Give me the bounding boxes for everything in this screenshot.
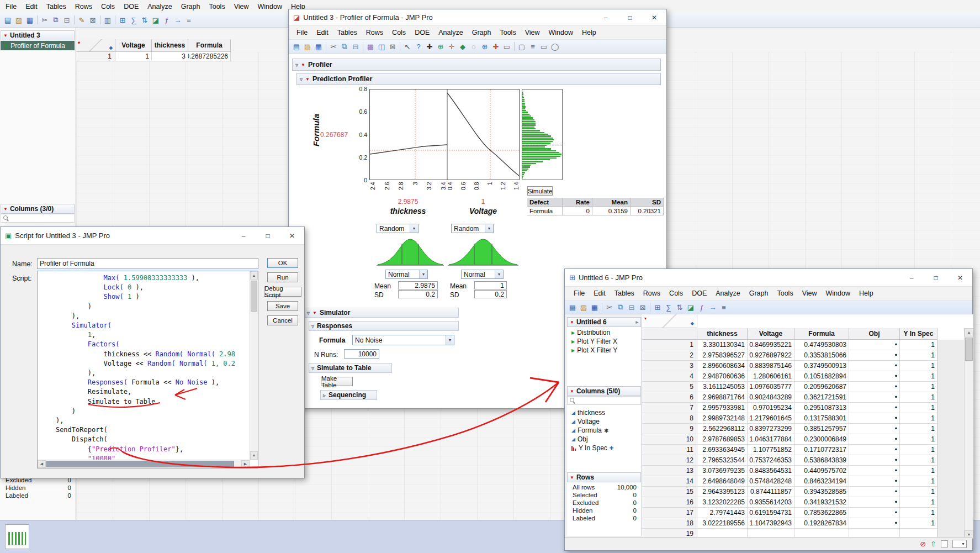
outline-prediction-profiler[interactable]: ▿ ▼ Prediction Profiler — [296, 73, 661, 85]
grid-cell[interactable]: 1 — [900, 445, 937, 455]
rows-marker-icon[interactable]: ▾ — [644, 316, 647, 321]
columns-panel-header[interactable]: ▼ Columns (5/0) — [567, 386, 641, 396]
print-icon[interactable]: ▥ — [102, 14, 113, 25]
grid-cell[interactable]: 0.1051682894 — [794, 371, 849, 382]
script-run-icon[interactable]: ▶ — [5, 43, 8, 48]
shape-oval-icon[interactable]: ◯ — [549, 41, 560, 52]
new-data-table-icon[interactable]: ▤ — [2, 14, 13, 25]
table-script-item[interactable]: ▶Distribution — [567, 328, 641, 337]
grid-cell[interactable]: 1.2179601645 — [748, 413, 794, 424]
globe-icon[interactable]: ⊕ — [435, 41, 446, 52]
column-list-item[interactable]: ◢Obj — [567, 435, 641, 444]
scrollbar-thumb[interactable] — [46, 461, 234, 467]
grid-cell[interactable]: 0.3749500913 — [794, 361, 849, 371]
column-header[interactable]: thickness — [697, 328, 748, 340]
grid-cell[interactable]: • — [849, 466, 900, 476]
close-button[interactable]: ✕ — [948, 269, 972, 286]
maximize-button[interactable]: □ — [924, 269, 948, 286]
menu-item-analyze[interactable]: Analyze — [434, 27, 467, 38]
menu-item-tables[interactable]: Tables — [333, 27, 362, 38]
crosshair-icon[interactable]: ✚ — [424, 41, 435, 52]
grid-cell[interactable]: 0.6191594731 — [748, 508, 794, 518]
menu-item-edit[interactable]: Edit — [312, 27, 333, 38]
grid-cell[interactable]: 0.3353815066 — [794, 350, 849, 361]
grid-cell[interactable]: 0.1928267834 — [794, 518, 849, 529]
script-editor[interactable]: Max( 1.59908333333333 ), Lock( 0 ), Show… — [37, 271, 258, 468]
menu-item-analyze[interactable]: Analyze — [143, 1, 176, 12]
menu-item-window[interactable]: Window — [253, 1, 287, 12]
column-list-item[interactable]: ◢Voltage — [567, 417, 641, 426]
grid-cell[interactable]: 3.3301130341 — [697, 340, 748, 350]
columns-marker-icon[interactable]: ◆ — [691, 321, 694, 326]
sequencing-header[interactable]: ▹ Sequencing — [320, 390, 377, 400]
red-triangle-menu-icon[interactable]: ▼ — [305, 77, 310, 82]
sort-icon[interactable]: ⇅ — [674, 302, 685, 313]
scrollbar-thumb[interactable] — [251, 281, 257, 312]
menu-item-rows[interactable]: Rows — [639, 288, 665, 299]
grid-cell[interactable]: 0.970195234 — [748, 403, 794, 413]
normal-dropdown-thickness[interactable]: Normal▼ — [385, 270, 428, 279]
column-list-item[interactable]: ◢Formula✱ — [567, 426, 641, 435]
minimize-button[interactable]: – — [899, 269, 924, 286]
mean-field-thickness[interactable]: 2.9875 — [398, 281, 438, 289]
menu-item-graph[interactable]: Graph — [177, 1, 205, 12]
disclosure-icon[interactable]: ▿ — [311, 323, 314, 329]
grid-cell[interactable]: 1 — [900, 455, 937, 466]
row-number-cell[interactable]: 4 — [642, 371, 697, 382]
grid-cell[interactable]: 2.6498648049 — [697, 476, 748, 487]
minimize-button[interactable]: – — [594, 9, 618, 25]
row-header-corner[interactable] — [642, 328, 697, 340]
grid-cell[interactable]: 0.4409575702 — [794, 466, 849, 476]
code-line[interactable]: ), — [40, 368, 249, 378]
grid-cell[interactable]: 2.9989732148 — [697, 413, 748, 424]
grid-cell[interactable]: • — [849, 350, 900, 361]
code-line[interactable]: Factors( — [40, 340, 249, 349]
menu-item-view[interactable]: View — [230, 1, 253, 12]
row-number-cell[interactable]: 12 — [642, 455, 697, 466]
column-header[interactable]: Formula — [794, 328, 849, 340]
noise-dropdown[interactable]: No Noise▼ — [352, 335, 454, 345]
script-name-input[interactable]: Profiler of Formula — [37, 258, 258, 269]
grid-cell[interactable]: 0.5386843839 — [794, 455, 849, 466]
goto-icon[interactable]: → — [172, 14, 183, 25]
new-data-table-icon[interactable]: ▤ — [567, 302, 578, 313]
scroll-right-icon[interactable]: ▶ — [241, 460, 250, 468]
random-dropdown-thickness[interactable]: Random▼ — [377, 224, 419, 233]
red-triangle-icon[interactable]: ▼ — [570, 389, 574, 394]
chart-builder-icon[interactable]: ◪ — [685, 302, 696, 313]
open-icon[interactable]: ▨ — [578, 302, 589, 313]
code-line[interactable]: ), — [40, 416, 249, 425]
grid-cell[interactable]: 0.7537246353 — [748, 455, 794, 466]
code-line[interactable]: Simulate to Table — [40, 397, 249, 407]
grid-cell[interactable]: 1 — [900, 497, 937, 508]
make-table-button[interactable]: Make Table — [321, 377, 353, 386]
scroll-left-icon[interactable]: ◀ — [38, 460, 46, 468]
factor-current-value[interactable]: 1 — [447, 198, 520, 206]
red-triangle-icon[interactable]: ▼ — [3, 33, 8, 38]
column-list-item[interactable]: ◢thickness — [567, 408, 641, 417]
grid-cell[interactable]: • — [849, 434, 900, 445]
summary-icon[interactable]: ∑ — [663, 302, 674, 313]
columns-search-box[interactable] — [567, 396, 641, 405]
copy-icon[interactable]: ⧉ — [50, 14, 61, 25]
run-button[interactable]: Run — [267, 272, 298, 282]
table-panel-header[interactable]: ▼ Untitled 3 — [1, 30, 75, 40]
report-thumbnail[interactable] — [5, 524, 29, 549]
code-area[interactable]: Max( 1.59908333333333 ), Lock( 0 ), Show… — [40, 273, 249, 464]
menu-item-file[interactable]: File — [292, 27, 312, 38]
status-dropdown[interactable]: ▼ — [952, 540, 967, 548]
scroll-up-icon[interactable]: ▲ — [965, 328, 973, 336]
grid-cell[interactable]: 0.1710772317 — [794, 445, 849, 455]
column-header[interactable]: Y In Spec — [900, 328, 937, 340]
grid-cell[interactable]: 0.5748428248 — [748, 476, 794, 487]
grid-cell[interactable]: 0.9276897922 — [748, 350, 794, 361]
grid-cell[interactable]: 0.7853622865 — [794, 508, 849, 518]
column-list-item[interactable]: Y In Spec✚ — [567, 444, 641, 452]
menu-item-rows[interactable]: Rows — [71, 1, 97, 12]
grid-cell[interactable]: 1 — [900, 434, 937, 445]
annotate-icon[interactable]: ▭ — [501, 41, 512, 52]
row-number-cell[interactable]: 9 — [642, 424, 697, 434]
menu-item-window[interactable]: Window — [822, 288, 855, 299]
outline-profiler[interactable]: ▿ ▼ Profiler — [292, 59, 661, 71]
mean-field-voltage[interactable]: 1 — [474, 281, 507, 289]
